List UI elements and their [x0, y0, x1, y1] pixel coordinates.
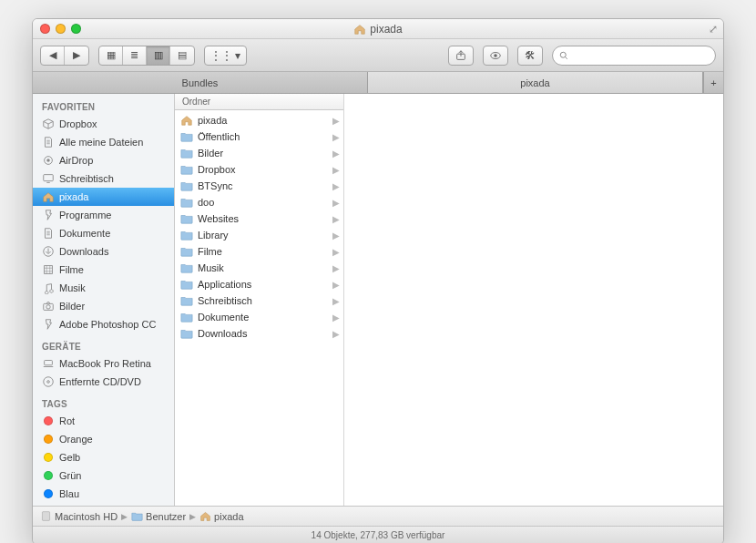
fullscreen-icon[interactable]: ⤢ [709, 23, 718, 36]
tab-bundles[interactable]: Bundles [33, 72, 368, 93]
toolbar: ◀ ▶ ▦ ≣ ▥ ▤ ⋮⋮ ▾ 🛠 [33, 39, 723, 72]
sidebar-item-label: Entfernte CD/DVD [59, 376, 141, 387]
sidebar-item-filme[interactable]: Filme [33, 261, 174, 279]
eye-icon [489, 49, 502, 62]
folder-name: Schreibtisch [198, 295, 252, 306]
sidebar-item-label: pixada [59, 191, 88, 202]
sidebar-item-entfernte-cd/dvd[interactable]: Entfernte CD/DVD [33, 373, 174, 391]
folder-row[interactable]: Öffentlich▶ [175, 128, 343, 145]
disclosure-arrow-icon: ▶ [332, 149, 340, 159]
download-icon [42, 245, 55, 258]
sidebar-item-programme[interactable]: Programme [33, 206, 174, 224]
sidebar-item-label: Schreibtisch [59, 173, 114, 184]
folder-icon [131, 510, 143, 522]
folder-row[interactable]: Schreibtisch▶ [175, 292, 343, 309]
search-icon [558, 50, 569, 61]
sidebar-header: GERÄTE [33, 339, 174, 354]
folder-icon [180, 261, 193, 274]
folder-row[interactable]: BTSync▶ [175, 178, 343, 194]
sidebar-item-gelb[interactable]: Gelb [33, 448, 174, 466]
film-icon [42, 263, 55, 276]
folder-icon [180, 130, 193, 143]
sidebar-item-airdrop[interactable]: AirDrop [33, 151, 174, 169]
folder-row[interactable]: Websites▶ [175, 210, 343, 227]
status-text: 14 Objekte, 277,83 GB verfügbar [312, 530, 445, 540]
column-header[interactable]: Ordner [175, 94, 343, 110]
sidebar-item-dokumente[interactable]: Dokumente [33, 224, 174, 242]
sidebar-item-musik[interactable]: Musik [33, 279, 174, 297]
folder-row[interactable]: Filme▶ [175, 243, 343, 260]
folder-icon [180, 294, 193, 307]
folder-name: Musik [198, 262, 224, 273]
icon-view-button[interactable]: ▦ [99, 46, 123, 65]
folder-row[interactable]: Dropbox▶ [175, 161, 343, 178]
coverflow-view-button[interactable]: ▤ [170, 46, 194, 65]
camera-icon [42, 300, 55, 312]
folder-row[interactable]: Musik▶ [175, 260, 343, 276]
path-segment[interactable]: Benutzer [131, 510, 186, 522]
disclosure-arrow-icon: ▶ [332, 231, 340, 241]
quicklook-button[interactable] [483, 46, 508, 66]
folder-row[interactable]: Dokumente▶ [175, 309, 343, 325]
folder-icon [180, 163, 193, 176]
arrange-button[interactable]: ⋮⋮ ▾ [204, 46, 247, 66]
forward-button[interactable]: ▶ [65, 46, 88, 65]
sidebar-item-grün[interactable]: Grün [33, 466, 174, 485]
sidebar-item-macbook-pro-retina[interactable]: MacBook Pro Retina [33, 354, 174, 373]
search-field[interactable] [552, 46, 716, 66]
sidebar-item-schreibtisch[interactable]: Schreibtisch [33, 169, 174, 188]
sidebar-item-bilder[interactable]: Bilder [33, 297, 174, 315]
sidebar-item-adobe-photoshop-cc[interactable]: Adobe Photoshop CC [33, 315, 174, 333]
status-bar: 14 Objekte, 277,83 GB verfügbar [33, 526, 723, 543]
sidebar-item-label: AirDrop [59, 155, 93, 166]
list-view-button[interactable]: ≣ [123, 46, 147, 65]
new-tab-button[interactable]: + [703, 72, 723, 93]
tag-dot-icon [44, 416, 53, 425]
disclosure-arrow-icon: ▶ [332, 214, 340, 224]
folder-row[interactable]: Applications▶ [175, 276, 343, 292]
folder-name: Filme [198, 246, 222, 257]
folder-name: Downloads [198, 328, 247, 339]
sidebar-item-label: Alle meine Dateien [59, 137, 143, 148]
sidebar-item-label: Programme [59, 210, 111, 220]
path-segment[interactable]: pixada [199, 510, 243, 522]
folder-row[interactable]: Downloads▶ [175, 325, 343, 342]
doc-icon [42, 227, 55, 240]
disclosure-arrow-icon: ▶ [332, 280, 340, 290]
sidebar-item-label: Downloads [59, 246, 108, 257]
home-icon [180, 114, 193, 127]
sidebar-item-dropbox[interactable]: Dropbox [33, 115, 174, 133]
laptop-icon [42, 357, 55, 370]
sidebar-item-downloads[interactable]: Downloads [33, 242, 174, 261]
column-view-button[interactable]: ▥ [147, 46, 170, 65]
back-button[interactable]: ◀ [41, 46, 65, 65]
search-input[interactable] [573, 50, 710, 61]
sidebar-item-blau[interactable]: Blau [33, 485, 174, 503]
sidebar-item-violett[interactable]: Violett [33, 503, 174, 506]
sidebar-item-rot[interactable]: Rot [33, 412, 174, 430]
toolbar-extra-button[interactable]: 🛠 [517, 46, 543, 66]
folder-row[interactable]: doo▶ [175, 194, 343, 210]
sidebar-item-alle-meine-dateien[interactable]: Alle meine Dateien [33, 133, 174, 151]
folder-row[interactable]: Bilder▶ [175, 145, 343, 161]
folder-row[interactable]: Library▶ [175, 227, 343, 243]
folder-icon [180, 212, 193, 225]
home-icon [199, 510, 211, 522]
folder-icon [180, 179, 193, 192]
folder-row[interactable]: pixada▶ [175, 112, 343, 128]
sidebar-item-label: Grün [59, 470, 81, 481]
sidebar-header: FAVORITEN [33, 99, 174, 115]
tag-dot-icon [44, 489, 53, 498]
path-segment[interactable]: Macintosh HD [40, 510, 117, 522]
tab-pixada[interactable]: pixada [368, 72, 703, 93]
share-button[interactable] [448, 46, 474, 66]
sidebar-item-pixada[interactable]: pixada [33, 188, 174, 206]
app-icon [42, 318, 55, 331]
empty-column [344, 94, 723, 506]
music-icon [42, 282, 55, 294]
sidebar-item-label: Dropbox [59, 118, 97, 129]
sidebar-item-orange[interactable]: Orange [33, 430, 174, 448]
path-separator-icon: ▶ [121, 512, 128, 521]
sidebar-item-label: Rot [59, 415, 75, 426]
app-icon [42, 209, 55, 221]
